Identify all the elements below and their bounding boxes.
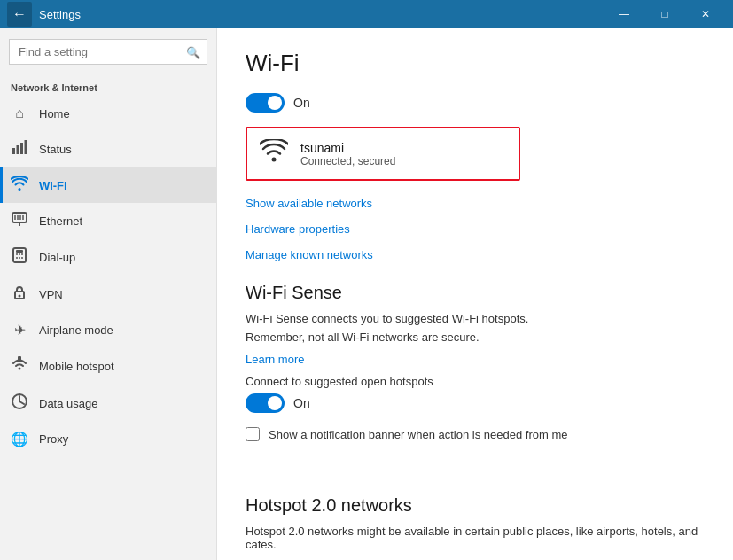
sidebar-item-label-wifi: Wi-Fi <box>39 179 67 192</box>
svg-rect-2 <box>20 143 23 154</box>
search-input[interactable] <box>9 39 207 65</box>
svg-point-23 <box>272 158 277 162</box>
ethernet-icon <box>11 212 28 229</box>
vpn-icon <box>11 284 28 304</box>
sidebar-item-airplane[interactable]: ✈ Airplane mode <box>0 313 216 347</box>
wifi-toggle-row: On <box>246 93 705 113</box>
hotspot20-title: Hotspot 2.0 networks <box>246 495 705 516</box>
hotspot20-section: Hotspot 2.0 networks Hotspot 2.0 network… <box>246 463 705 560</box>
sidebar: 🔍 Network & Internet ⌂ Home Status <box>0 28 217 560</box>
manage-networks-link[interactable]: Manage known networks <box>246 245 373 265</box>
network-name: tsunami <box>300 141 395 155</box>
wifi-icon <box>11 176 28 194</box>
network-info: tsunami Connected, secured <box>300 141 395 167</box>
hardware-properties-link[interactable]: Hardware properties <box>246 219 350 239</box>
sidebar-item-label-airplane: Airplane mode <box>39 323 113 337</box>
sidebar-item-label-status: Status <box>39 143 72 156</box>
wifi-sense-title: Wi-Fi Sense <box>246 283 705 303</box>
sidebar-item-label-proxy: Proxy <box>39 432 68 446</box>
sidebar-item-label-ethernet: Ethernet <box>39 214 82 228</box>
svg-point-15 <box>19 257 20 259</box>
sidebar-item-proxy[interactable]: 🌐 Proxy <box>0 422 216 456</box>
sidebar-item-label-datausage: Data usage <box>39 397 98 410</box>
search-container: 🔍 <box>9 39 207 65</box>
notification-checkbox[interactable] <box>246 427 260 441</box>
notification-checkbox-row: Show a notification banner when action i… <box>246 427 705 441</box>
main-content: Wi-Fi On tsunami Connected, secured <box>217 28 733 560</box>
sidebar-section-label: Network & Internet <box>0 75 216 97</box>
svg-point-12 <box>19 253 20 255</box>
close-button[interactable]: ✕ <box>685 0 726 28</box>
mobile-hotspot-icon <box>11 356 28 376</box>
airplane-icon: ✈ <box>11 322 28 338</box>
sidebar-item-status[interactable]: Status <box>0 130 216 167</box>
datausage-icon <box>11 393 28 413</box>
app-title: Settings <box>39 8 81 21</box>
sidebar-item-vpn[interactable]: VPN <box>0 276 216 313</box>
maximize-button[interactable]: □ <box>644 0 685 28</box>
svg-rect-21 <box>18 356 21 362</box>
sidebar-item-label-vpn: VPN <box>39 288 63 301</box>
minimize-button[interactable]: — <box>604 0 644 28</box>
dialup-icon <box>11 247 28 267</box>
svg-rect-17 <box>16 250 23 253</box>
network-card[interactable]: tsunami Connected, secured <box>246 127 520 181</box>
learn-more-link[interactable]: Learn more <box>246 349 304 369</box>
titlebar: ← Settings — □ ✕ <box>0 0 733 28</box>
suggested-toggle-label: On <box>293 396 310 410</box>
notification-label: Show a notification banner when action i… <box>269 428 567 441</box>
suggested-toggle[interactable] <box>246 393 285 413</box>
show-networks-link[interactable]: Show available networks <box>246 193 372 214</box>
home-icon: ⌂ <box>11 105 28 121</box>
window-controls: — □ ✕ <box>604 0 726 28</box>
sidebar-item-home[interactable]: ⌂ Home <box>0 97 216 130</box>
svg-point-14 <box>16 257 18 259</box>
wifi-sense-desc2: Remember, not all Wi-Fi networks are sec… <box>246 331 705 344</box>
sidebar-item-label-dialup: Dial-up <box>39 251 75 264</box>
network-status: Connected, secured <box>300 155 395 167</box>
svg-rect-1 <box>17 145 19 154</box>
svg-point-16 <box>21 257 23 259</box>
wifi-toggle[interactable] <box>246 93 285 113</box>
network-wifi-icon <box>260 139 288 168</box>
svg-rect-3 <box>25 140 27 154</box>
app-body: 🔍 Network & Internet ⌂ Home Status <box>0 28 733 560</box>
wifi-toggle-label: On <box>293 96 310 110</box>
sidebar-item-label-mobilehotspot: Mobile hotspot <box>39 360 114 373</box>
wifi-sense-desc1: Wi-Fi Sense connects you to suggested Wi… <box>246 312 705 325</box>
page-title: Wi-Fi <box>246 50 705 77</box>
svg-rect-0 <box>12 148 15 154</box>
proxy-icon: 🌐 <box>11 431 28 447</box>
sidebar-item-label-home: Home <box>39 107 70 121</box>
connect-suggested-label: Connect to suggested open hotspots <box>246 375 705 388</box>
svg-point-19 <box>19 295 21 298</box>
svg-point-13 <box>21 253 23 255</box>
sidebar-item-dialup[interactable]: Dial-up <box>0 238 216 276</box>
hotspot20-desc: Hotspot 2.0 networks might be available … <box>246 525 705 551</box>
sidebar-item-wifi[interactable]: Wi-Fi <box>0 167 216 203</box>
sidebar-item-datausage[interactable]: Data usage <box>0 385 216 422</box>
sidebar-item-ethernet[interactable]: Ethernet <box>0 203 216 238</box>
sidebar-item-mobilehotspot[interactable]: Mobile hotspot <box>0 347 216 385</box>
svg-point-20 <box>19 368 21 370</box>
back-button[interactable]: ← <box>7 2 32 27</box>
suggested-toggle-row: On <box>246 393 705 413</box>
search-icon: 🔍 <box>186 45 200 58</box>
svg-point-11 <box>16 253 18 255</box>
status-icon <box>11 139 28 159</box>
